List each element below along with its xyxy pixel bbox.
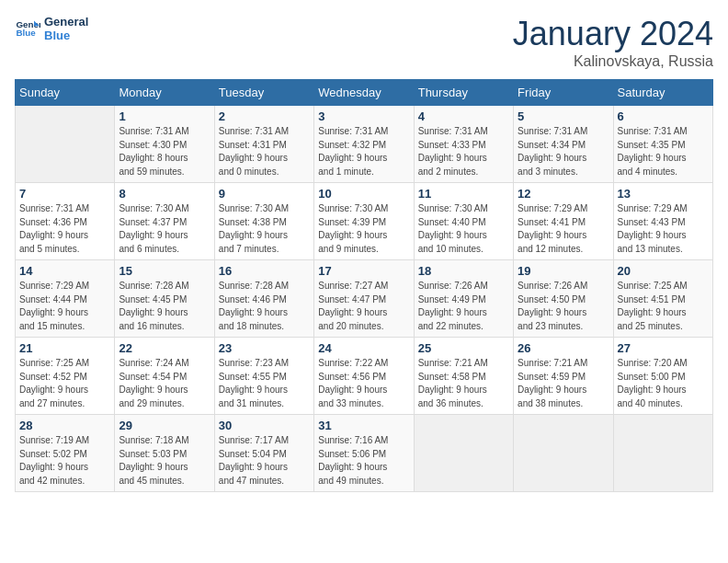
calendar-header-row: SundayMondayTuesdayWednesdayThursdayFrid… — [16, 80, 713, 106]
cell-line: Sunset: 4:56 PM — [318, 371, 409, 385]
calendar-cell: 23Sunrise: 7:23 AMSunset: 4:55 PMDayligh… — [214, 338, 313, 415]
cell-line: Sunrise: 7:30 AM — [219, 202, 310, 216]
cell-line: Daylight: 9 hours — [19, 306, 110, 320]
cell-line: Daylight: 9 hours — [618, 384, 709, 397]
page-header: General Blue General Blue January 2024 K… — [15, 15, 713, 70]
day-number: 18 — [418, 264, 509, 278]
calendar-body: 1Sunrise: 7:31 AMSunset: 4:30 PMDaylight… — [16, 106, 713, 492]
cell-content: Sunrise: 7:30 AMSunset: 4:39 PMDaylight:… — [318, 202, 409, 256]
cell-line: Sunrise: 7:25 AM — [618, 280, 709, 293]
cell-line: and 36 minutes. — [418, 397, 509, 411]
calendar-subtitle: Kalinovskaya, Russia — [513, 53, 713, 70]
cell-content: Sunrise: 7:29 AMSunset: 4:44 PMDaylight:… — [19, 280, 110, 333]
cell-line: Sunset: 4:35 PM — [618, 139, 709, 153]
cell-line: Sunrise: 7:31 AM — [119, 125, 210, 139]
cell-content: Sunrise: 7:21 AMSunset: 4:59 PMDaylight:… — [518, 357, 609, 410]
column-header-wednesday: Wednesday — [314, 80, 414, 106]
cell-line: and 29 minutes. — [119, 397, 210, 411]
cell-line: Sunset: 5:02 PM — [19, 448, 110, 462]
cell-line: and 22 minutes. — [418, 320, 509, 334]
calendar-cell: 12Sunrise: 7:29 AMSunset: 4:41 PMDayligh… — [514, 183, 613, 260]
column-header-friday: Friday — [514, 80, 613, 106]
cell-content: Sunrise: 7:28 AMSunset: 4:45 PMDaylight:… — [119, 280, 210, 333]
day-number: 9 — [219, 187, 310, 201]
cell-line: Sunset: 4:36 PM — [19, 216, 110, 230]
cell-content: Sunrise: 7:29 AMSunset: 4:41 PMDaylight:… — [518, 202, 609, 256]
cell-line: Daylight: 9 hours — [119, 461, 210, 475]
cell-line: Sunrise: 7:27 AM — [318, 280, 409, 293]
cell-line: Daylight: 9 hours — [418, 306, 509, 320]
cell-line: and 0 minutes. — [219, 166, 310, 179]
day-number: 17 — [318, 264, 409, 278]
cell-line: and 3 minutes. — [518, 166, 609, 179]
cell-line: and 59 minutes. — [119, 166, 210, 179]
calendar-cell — [16, 106, 115, 183]
cell-line: Sunrise: 7:31 AM — [418, 125, 509, 139]
cell-line: Daylight: 9 hours — [318, 152, 409, 166]
cell-line: Sunrise: 7:31 AM — [19, 202, 110, 216]
cell-line: and 49 minutes. — [318, 475, 409, 488]
cell-line: Sunrise: 7:19 AM — [19, 434, 110, 448]
cell-line: Sunset: 4:32 PM — [318, 139, 409, 153]
cell-line: Sunset: 4:58 PM — [418, 371, 509, 385]
cell-content: Sunrise: 7:22 AMSunset: 4:56 PMDaylight:… — [318, 357, 409, 410]
day-number: 24 — [318, 341, 409, 355]
cell-line: Sunset: 4:33 PM — [418, 139, 509, 153]
cell-content: Sunrise: 7:29 AMSunset: 4:43 PMDaylight:… — [618, 202, 709, 256]
calendar-cell: 4Sunrise: 7:31 AMSunset: 4:33 PMDaylight… — [414, 106, 513, 183]
cell-content: Sunrise: 7:25 AMSunset: 4:51 PMDaylight:… — [618, 280, 709, 333]
day-number: 26 — [518, 341, 609, 355]
cell-line: and 4 minutes. — [618, 166, 709, 179]
cell-line: Sunrise: 7:18 AM — [119, 434, 210, 448]
cell-line: and 16 minutes. — [119, 320, 210, 334]
cell-line: and 12 minutes. — [518, 243, 609, 257]
calendar-cell: 2Sunrise: 7:31 AMSunset: 4:31 PMDaylight… — [214, 106, 313, 183]
logo-line1: General — [44, 15, 88, 29]
cell-line: Daylight: 9 hours — [318, 306, 409, 320]
cell-line: Sunrise: 7:30 AM — [418, 202, 509, 216]
calendar-cell — [514, 415, 613, 492]
column-header-sunday: Sunday — [16, 80, 115, 106]
cell-line: Daylight: 9 hours — [19, 461, 110, 475]
cell-line: Sunset: 4:52 PM — [19, 371, 110, 385]
cell-content: Sunrise: 7:24 AMSunset: 4:54 PMDaylight:… — [119, 357, 210, 410]
cell-line: Sunset: 5:03 PM — [119, 448, 210, 462]
calendar-cell: 19Sunrise: 7:26 AMSunset: 4:50 PMDayligh… — [514, 260, 613, 338]
cell-line: Sunset: 4:47 PM — [318, 293, 409, 307]
cell-content: Sunrise: 7:21 AMSunset: 4:58 PMDaylight:… — [418, 357, 509, 410]
cell-line: Sunset: 4:50 PM — [518, 293, 609, 307]
cell-line: Sunset: 5:00 PM — [618, 371, 709, 385]
calendar-cell: 21Sunrise: 7:25 AMSunset: 4:52 PMDayligh… — [16, 338, 115, 415]
cell-content: Sunrise: 7:30 AMSunset: 4:37 PMDaylight:… — [119, 202, 210, 256]
cell-content: Sunrise: 7:31 AMSunset: 4:30 PMDaylight:… — [119, 125, 210, 178]
cell-line: Sunset: 4:41 PM — [518, 216, 609, 230]
day-number: 23 — [219, 341, 310, 355]
logo: General Blue General Blue — [15, 15, 88, 42]
day-number: 13 — [618, 187, 709, 201]
cell-content: Sunrise: 7:25 AMSunset: 4:52 PMDaylight:… — [19, 357, 110, 410]
cell-line: Sunrise: 7:17 AM — [219, 434, 310, 448]
calendar-cell: 7Sunrise: 7:31 AMSunset: 4:36 PMDaylight… — [16, 183, 115, 260]
logo-line2: Blue — [44, 29, 88, 42]
cell-line: Daylight: 9 hours — [219, 306, 310, 320]
day-number: 21 — [19, 341, 110, 355]
cell-line: Sunset: 4:45 PM — [119, 293, 210, 307]
cell-line: Sunrise: 7:30 AM — [318, 202, 409, 216]
calendar-cell: 26Sunrise: 7:21 AMSunset: 4:59 PMDayligh… — [514, 338, 613, 415]
calendar-cell: 18Sunrise: 7:26 AMSunset: 4:49 PMDayligh… — [414, 260, 513, 338]
cell-line: and 31 minutes. — [219, 397, 310, 411]
cell-line: Daylight: 8 hours — [119, 152, 210, 166]
cell-content: Sunrise: 7:31 AMSunset: 4:32 PMDaylight:… — [318, 125, 409, 178]
svg-text:Blue: Blue — [16, 28, 36, 38]
day-number: 6 — [618, 109, 709, 123]
cell-line: Daylight: 9 hours — [418, 152, 509, 166]
cell-line: Sunrise: 7:26 AM — [518, 280, 609, 293]
day-number: 14 — [19, 264, 110, 278]
cell-line: Daylight: 9 hours — [19, 229, 110, 243]
cell-line: Daylight: 9 hours — [119, 384, 210, 397]
column-header-monday: Monday — [115, 80, 214, 106]
day-number: 8 — [119, 187, 210, 201]
day-number: 2 — [219, 109, 310, 123]
calendar-cell: 5Sunrise: 7:31 AMSunset: 4:34 PMDaylight… — [514, 106, 613, 183]
cell-line: Sunrise: 7:22 AM — [318, 357, 409, 371]
